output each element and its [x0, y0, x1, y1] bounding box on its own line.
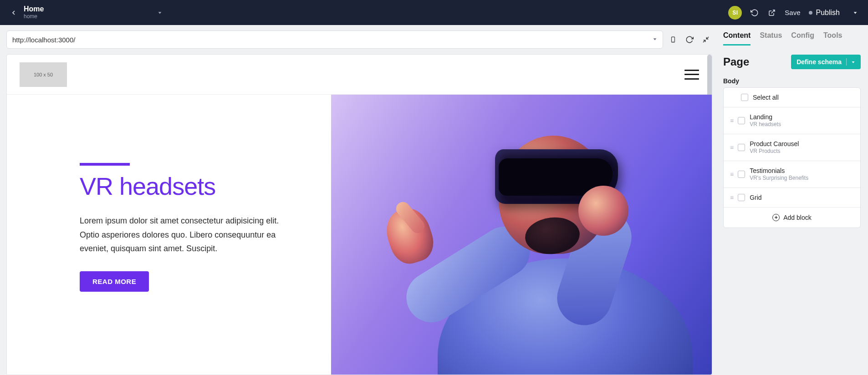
inspector-tabs: Content Status Config Tools: [723, 31, 861, 46]
avatar[interactable]: SI: [728, 6, 742, 20]
define-schema-label: Define schema: [797, 58, 842, 66]
collapse-icon: [702, 36, 710, 43]
svg-marker-0: [158, 12, 162, 14]
undo-icon: [751, 9, 759, 17]
save-button[interactable]: Save: [785, 9, 800, 16]
back-button[interactable]: [8, 7, 19, 18]
block-title: Product Carousel: [750, 140, 799, 148]
preview-column: 100 x 50 VR headsets Lorem ipsum dolor s…: [0, 25, 717, 375]
hero-image: [331, 95, 712, 375]
svg-marker-2: [854, 12, 857, 14]
mobile-icon: [670, 35, 676, 44]
page-title-block: Home home: [24, 5, 44, 20]
plus-circle-icon: +: [772, 214, 780, 221]
define-schema-button[interactable]: Define schema: [791, 55, 861, 69]
select-all-checkbox[interactable]: [741, 94, 748, 101]
tab-status[interactable]: Status: [760, 31, 782, 46]
drag-handle-icon[interactable]: ≡: [730, 117, 733, 124]
main: 100 x 50 VR headsets Lorem ipsum dolor s…: [0, 25, 868, 375]
caret-down-icon: [851, 60, 855, 64]
caret-down-icon: [158, 10, 162, 15]
publish-dropdown[interactable]: [851, 8, 860, 17]
page-title: Home: [24, 5, 44, 13]
site-header: 100 x 50: [7, 55, 712, 95]
drag-handle-icon[interactable]: ≡: [730, 194, 733, 201]
block-subtitle: VR headsets: [750, 121, 781, 128]
tab-content[interactable]: Content: [723, 31, 751, 46]
block-checkbox[interactable]: [738, 194, 745, 201]
site-logo-placeholder: 100 x 50: [20, 62, 67, 87]
url-input[interactable]: [12, 36, 653, 44]
add-block-button[interactable]: + Add block: [724, 208, 860, 228]
preview-canvas: 100 x 50 VR headsets Lorem ipsum dolor s…: [6, 54, 712, 375]
url-bar[interactable]: [6, 30, 663, 49]
avatar-initials: SI: [732, 10, 738, 16]
logo-placeholder-text: 100 x 50: [34, 72, 53, 77]
block-title: Landing: [750, 113, 781, 121]
hero-text-area: VR headsets Lorem ipsum dolor sit amet c…: [7, 95, 331, 375]
undo-button[interactable]: [750, 8, 759, 17]
block-checkbox[interactable]: [738, 144, 745, 151]
mobile-view-button[interactable]: [667, 33, 679, 46]
define-schema-dropdown[interactable]: [846, 58, 855, 66]
collapse-button[interactable]: [700, 33, 712, 46]
publish-button[interactable]: Publish: [809, 9, 840, 17]
select-all-row: Select all: [724, 88, 860, 107]
block-checkbox[interactable]: [738, 117, 745, 124]
add-block-label: Add block: [783, 214, 811, 221]
block-row-product-carousel[interactable]: ≡ Product Carousel VR Products: [724, 134, 860, 161]
drag-handle-icon[interactable]: ≡: [730, 144, 733, 151]
select-all-label: Select all: [753, 93, 779, 101]
caret-down-icon: [853, 10, 858, 15]
hero-title: VR headsets: [80, 172, 308, 200]
site-body: VR headsets Lorem ipsum dolor sit amet c…: [7, 95, 712, 375]
svg-marker-3: [654, 38, 657, 40]
read-more-button[interactable]: READ MORE: [80, 271, 149, 292]
caret-down-icon: [653, 37, 657, 41]
block-title: Testimonials: [750, 167, 808, 175]
page-heading-row: Page Define schema: [723, 55, 861, 69]
hero-body: Lorem ipsum dolor sit amet consectetur a…: [80, 214, 289, 256]
preview-toolbar: [6, 30, 712, 49]
tab-tools[interactable]: Tools: [823, 31, 842, 46]
svg-line-1: [771, 10, 775, 13]
hero-accent-bar: [80, 163, 130, 166]
vr-figure-illustration: [331, 95, 712, 375]
page-selector-dropdown[interactable]: [158, 9, 162, 17]
block-subtitle: VR Products: [750, 148, 799, 155]
block-row-testimonials[interactable]: ≡ Testimonials VR's Surprising Benefits: [724, 161, 860, 188]
topbar: Home home SI Save Publish: [0, 0, 868, 25]
page-heading: Page: [723, 56, 749, 68]
topbar-actions: SI Save Publish: [728, 6, 860, 20]
block-row-landing[interactable]: ≡ Landing VR headsets: [724, 107, 860, 134]
block-checkbox[interactable]: [738, 171, 745, 178]
publish-status-dot: [809, 11, 812, 15]
tab-config[interactable]: Config: [791, 31, 814, 46]
block-row-grid[interactable]: ≡ Grid: [724, 188, 860, 208]
hamburger-menu[interactable]: [684, 70, 699, 80]
drag-handle-icon[interactable]: ≡: [730, 171, 733, 178]
svg-marker-8: [852, 61, 855, 63]
block-subtitle: VR's Surprising Benefits: [750, 175, 808, 182]
reload-button[interactable]: [683, 33, 696, 46]
reload-icon: [685, 35, 694, 44]
body-section-label: Body: [723, 77, 861, 85]
external-link-icon: [768, 9, 776, 16]
publish-label: Publish: [816, 9, 840, 17]
block-list: Select all ≡ Landing VR headsets ≡ Produ…: [723, 87, 861, 228]
url-dropdown[interactable]: [653, 36, 657, 43]
chevron-left-icon: [10, 9, 17, 16]
inspector-panel: Content Status Config Tools Page Define …: [717, 25, 868, 375]
page-slug: home: [24, 14, 44, 20]
block-title: Grid: [750, 193, 761, 202]
external-link-button[interactable]: [767, 8, 776, 17]
